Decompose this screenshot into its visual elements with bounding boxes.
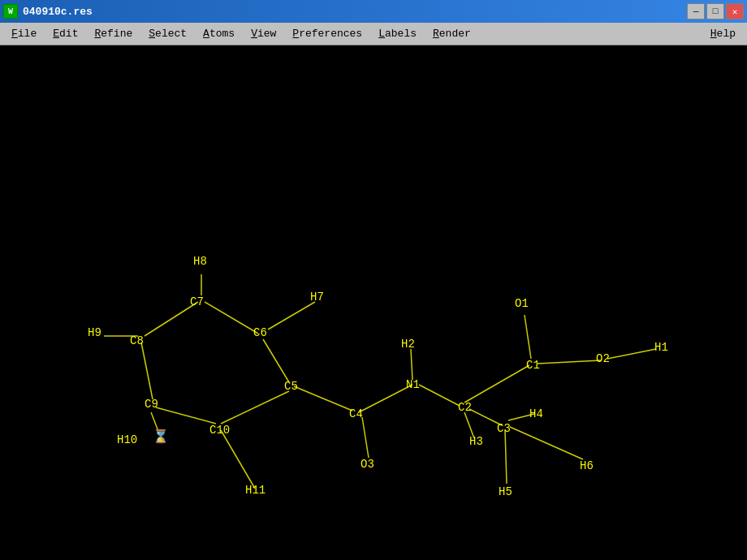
atom-N1: N1 — [406, 378, 420, 391]
svg-line-7 — [294, 386, 352, 411]
svg-line-23 — [538, 360, 601, 364]
svg-line-4 — [268, 302, 315, 330]
svg-line-13 — [362, 417, 369, 458]
atom-H11: H11 — [245, 484, 266, 497]
svg-line-21 — [510, 427, 583, 459]
atom-C9: C9 — [145, 398, 158, 411]
svg-line-22 — [525, 315, 531, 359]
svg-line-12 — [359, 385, 412, 412]
svg-line-14 — [411, 349, 412, 380]
title-bar: W 040910c.res — □ ✕ — [0, 0, 747, 23]
hourglass-cursor-icon: ⌛ — [153, 429, 169, 445]
menu-refine[interactable]: Refine — [86, 24, 140, 43]
minimize-button[interactable]: — — [687, 3, 705, 19]
menu-file[interactable]: File — [3, 24, 45, 43]
atom-O1: O1 — [515, 297, 529, 310]
atom-C8: C8 — [130, 334, 144, 347]
atom-C7: C7 — [190, 295, 204, 308]
svg-line-9 — [156, 407, 216, 424]
svg-line-18 — [464, 365, 529, 403]
atom-C4: C4 — [349, 407, 363, 420]
atom-C6: C6 — [253, 326, 267, 339]
menu-select[interactable]: Select — [140, 24, 195, 43]
svg-line-20 — [505, 430, 507, 484]
svg-line-8 — [221, 391, 289, 424]
atom-H4: H4 — [529, 407, 543, 420]
app-icon: W — [3, 4, 18, 19]
molecule-display: H8 C7 H9 C8 H7 C6 C5 C9 H10 C10 H11 C4 O… — [0, 45, 747, 560]
menu-help[interactable]: Help — [702, 24, 744, 43]
close-button[interactable]: ✕ — [726, 3, 744, 19]
atom-C10: C10 — [209, 424, 230, 437]
atom-O2: O2 — [596, 352, 610, 365]
svg-line-3 — [263, 339, 289, 382]
menu-preferences[interactable]: Preferences — [284, 24, 370, 43]
atom-H5: H5 — [499, 485, 512, 498]
atom-H1: H1 — [654, 341, 668, 354]
atom-H8: H8 — [193, 255, 207, 268]
window-title: 040910c.res — [23, 6, 93, 18]
canvas-area: H8 C7 H9 C8 H7 C6 C5 C9 H10 C10 H11 C4 O… — [0, 45, 747, 560]
atom-H9: H9 — [88, 326, 101, 339]
svg-line-15 — [419, 385, 460, 406]
menu-edit[interactable]: Edit — [45, 24, 86, 43]
atom-H7: H7 — [310, 291, 324, 304]
svg-line-6 — [141, 342, 153, 399]
menu-render[interactable]: Render — [425, 24, 479, 43]
atom-H10: H10 — [117, 433, 137, 446]
svg-line-1 — [205, 302, 258, 334]
atom-H6: H6 — [580, 459, 594, 472]
atom-H2: H2 — [401, 338, 415, 351]
menu-labels[interactable]: Labels — [370, 24, 425, 43]
maximize-button[interactable]: □ — [706, 3, 724, 19]
svg-line-11 — [221, 430, 255, 489]
atom-H3: H3 — [469, 435, 483, 448]
svg-line-24 — [607, 349, 656, 359]
menu-bar: File Edit Refine Select Atoms View Prefe… — [0, 23, 747, 45]
menu-atoms[interactable]: Atoms — [195, 24, 243, 43]
menu-view[interactable]: View — [243, 24, 284, 43]
atom-O3: O3 — [361, 458, 374, 471]
atom-C3: C3 — [497, 422, 511, 435]
atom-C2: C2 — [458, 401, 472, 414]
atom-C5: C5 — [284, 380, 298, 393]
atom-C1: C1 — [526, 359, 540, 372]
